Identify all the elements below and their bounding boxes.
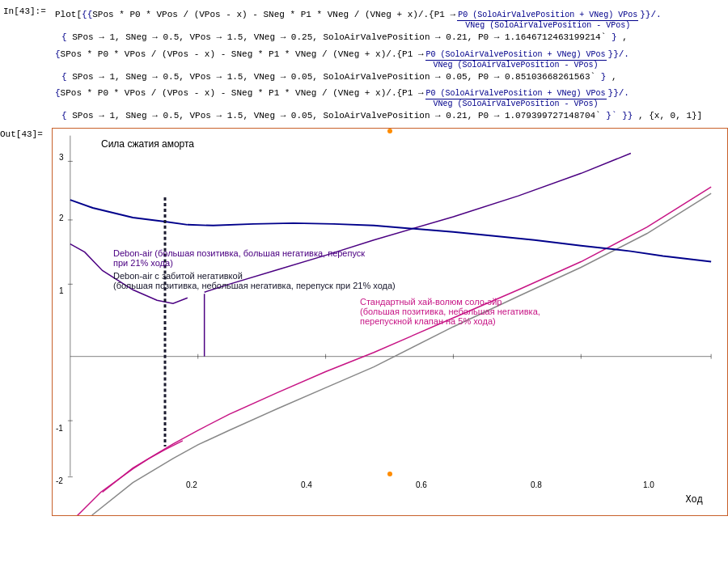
plot-wrapper: Сила сжатия аморта Ход 3 2 1 -1 -2 0.2 0… <box>52 128 728 516</box>
frac2-den: VNeg (SoloAirValvePosition - VPos) <box>433 61 599 70</box>
frac1-den: VNeg (SoloAirValvePosition - VPos) <box>464 21 631 31</box>
slash-dot5: /. <box>386 83 396 103</box>
rule-open2: {P1 → <box>396 44 423 64</box>
sub-line-1: { SPos → 1, SNeg → 0.5, VPos → 1.5, VNeg… <box>61 31 725 44</box>
params3-close: }` <box>606 111 616 121</box>
slash-dot4: /. <box>619 44 629 64</box>
input-label: In[43]:= <box>3 5 52 16</box>
legend-curve3: Стандартный хай-волюм соло-эйр(большая п… <box>360 297 540 326</box>
frac1: P0 (SoloAirValvePosition + VNeg) VPos VN… <box>457 11 638 31</box>
params2-close: } <box>601 72 607 82</box>
expr3: SPos * P0 * VPos / (VPos - x) - SNeg * P… <box>61 83 387 103</box>
comma2: , <box>612 72 617 82</box>
slash-dot3: /. <box>386 44 396 64</box>
slash-dot1: /. <box>418 5 429 24</box>
curly-open2: { <box>87 5 93 24</box>
curve-magenta-start <box>70 440 183 514</box>
params2-open: { <box>61 72 67 82</box>
rule-open3: {P1 → <box>396 83 423 103</box>
slash-dot6: /. <box>619 83 629 103</box>
expr2: SPos * P0 * VPos / (VPos - x) - SNeg * P… <box>61 44 387 64</box>
rule-open1: {P1 → <box>429 5 455 24</box>
rule-close1: }} <box>640 5 650 24</box>
frac3: P0 (SoloAirValvePosition + VNeg) VPos VN… <box>425 89 607 109</box>
curve-darkblue-start <box>70 200 188 225</box>
frac1-num: P0 (SoloAirValvePosition + VNeg) VPos <box>457 11 638 21</box>
frac3-den: VNeg (SoloAirValvePosition - VPos) <box>433 99 599 109</box>
params1-close: } <box>612 32 617 42</box>
curly-open: { <box>82 5 87 24</box>
rule-close3: }} <box>608 83 619 103</box>
frac2: P0 (SoloAirValvePosition + VNeg) VPos VN… <box>425 50 607 70</box>
params3-open: { <box>61 111 67 121</box>
sub-line-2: { SPos → 1, SNeg → 0.5, VPos → 1.5, VNeg… <box>61 70 725 84</box>
formula-line-2: { SPos * P0 * VPos / (VPos - x) - SNeg *… <box>55 44 725 70</box>
frac2-num: P0 (SoloAirValvePosition + VNeg) VPos <box>425 50 607 61</box>
comma3: , <box>638 111 644 121</box>
expr1: SPos * P0 * VPos / (VPos - x) - SNeg * P… <box>92 5 418 24</box>
notebook-cell: In[43]:= Plot[ { { SPos * P0 * VPos / (V… <box>0 0 728 519</box>
curly-open5: { <box>55 83 61 103</box>
comma1: , <box>622 32 628 42</box>
cell-content: Plot[ { { SPos * P0 * VPos / (VPos - x) … <box>52 5 725 123</box>
params2: SPos → 1, SNeg → 0.5, VPos → 1.5, VNeg →… <box>72 72 595 82</box>
formula-line-3: { SPos * P0 * VPos / (VPos - x) - SNeg *… <box>55 83 725 109</box>
formula-line-1: Plot[ { { SPos * P0 * VPos / (VPos - x) … <box>55 5 725 31</box>
curve-gray <box>70 193 711 515</box>
slash-dot2: /. <box>650 5 661 24</box>
curve-magenta <box>103 187 712 492</box>
legend-curve2: Debon-air с забитой негативкой(большая п… <box>113 271 396 290</box>
rule-close2: }} <box>608 44 619 64</box>
params1-open: { <box>61 32 67 42</box>
close-outer: }} <box>622 111 633 121</box>
params1: SPos → 1, SNeg → 0.5, VPos → 1.5, VNeg →… <box>72 32 606 42</box>
plot-cmd: Plot[ <box>55 5 82 24</box>
input-area: In[43]:= Plot[ { { SPos * P0 * VPos / (V… <box>0 3 728 125</box>
output-area: Out[43]= Сила сжатия аморта Ход 3 2 1 -1… <box>0 128 728 516</box>
frac3-num: P0 (SoloAirValvePosition + VNeg) VPos <box>425 89 607 99</box>
sub-line-3: { SPos → 1, SNeg → 0.5, VPos → 1.5, VNeg… <box>61 109 725 123</box>
output-label: Out[43]= <box>0 128 49 139</box>
x-range: {x, 0, 1}] <box>649 111 702 121</box>
curly-open3: { <box>55 44 61 64</box>
params3: SPos → 1, SNeg → 0.5, VPos → 1.5, VNeg →… <box>72 111 601 121</box>
legend-curve1: Debon-air (большая позитивка, большая не… <box>113 248 372 268</box>
